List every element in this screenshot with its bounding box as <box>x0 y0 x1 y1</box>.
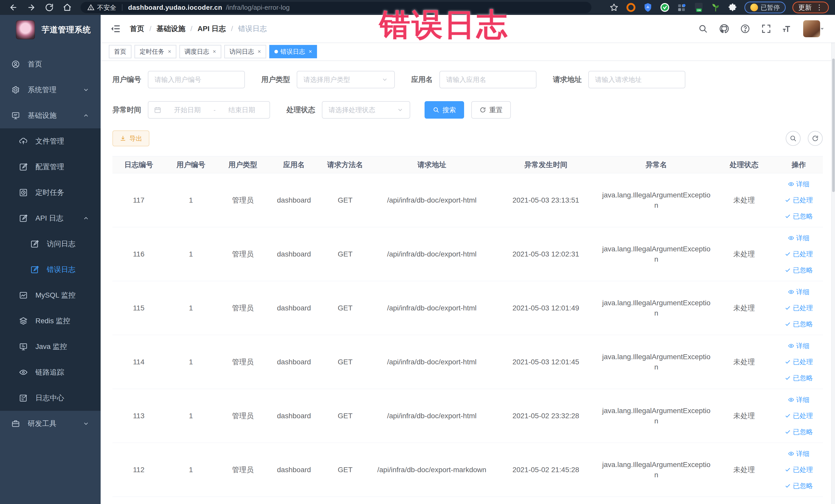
mark-ignored-link[interactable]: 已忽略 <box>785 373 813 383</box>
extension-green-circle-icon[interactable] <box>660 2 670 13</box>
sidebar-item-config-manage[interactable]: 配置管理 <box>0 154 101 180</box>
sidebar-item-mysql-monitor[interactable]: MySQL 监控 <box>0 282 101 308</box>
mark-ignored-link[interactable]: 已忽略 <box>785 211 813 221</box>
browser-home-button[interactable] <box>60 2 75 13</box>
bookmark-star-icon[interactable] <box>609 2 619 13</box>
browser-reload-button[interactable] <box>42 2 57 13</box>
detail-link[interactable]: 详细 <box>788 395 810 404</box>
cell-status: 未处理 <box>714 195 775 205</box>
cell-exception-time: 2021-05-02 23:32:28 <box>493 411 599 421</box>
request-url-input[interactable]: 请输入请求地址 <box>588 71 685 88</box>
tab-schedule-log[interactable]: 调度日志 × <box>179 45 221 58</box>
cell-request-url: /api/infra/db-doc/export-html <box>371 303 493 313</box>
search-button[interactable]: 搜索 <box>425 101 464 119</box>
browser-update-menu-button[interactable]: 更新 ⋮ <box>792 2 829 13</box>
browser-back-button[interactable] <box>6 2 21 13</box>
tab-close-icon[interactable]: × <box>213 48 216 55</box>
sidebar-item-dev-tools[interactable]: 研发工具 <box>0 411 101 437</box>
sidebar-item-api-log[interactable]: API 日志 <box>0 205 101 231</box>
breadcrumb-api-log[interactable]: API 日志 <box>198 24 226 34</box>
sidebar-item-home[interactable]: 首页 <box>0 52 101 77</box>
mark-processed-link[interactable]: 已处理 <box>785 249 813 259</box>
tab-close-icon[interactable]: × <box>168 48 171 55</box>
table-body: 117 1 管理员 dashboard GET /api/infra/db-do… <box>113 173 823 497</box>
detail-link[interactable]: 详细 <box>788 449 810 458</box>
font-size-icon[interactable] <box>782 24 792 34</box>
tab-home[interactable]: 首页 <box>109 45 131 58</box>
extension-plant-icon[interactable] <box>711 2 721 13</box>
cell-exception-time: 2021-05-03 23:13:51 <box>493 195 599 205</box>
sidebar-item-system[interactable]: 系统管理 <box>0 77 101 103</box>
monitor-icon <box>11 111 20 120</box>
sidebar-item-file-manage[interactable]: 文件管理 <box>0 128 101 154</box>
sidebar-item-redis-monitor[interactable]: Redis 监控 <box>0 308 101 334</box>
cell-app-name: dashboard <box>269 465 319 475</box>
sidebar-item-label: 配置管理 <box>36 162 64 172</box>
table-row: 116 1 管理员 dashboard GET /api/infra/db-do… <box>113 227 823 281</box>
extension-orange-icon[interactable] <box>626 2 636 13</box>
placeholder-text: 请输入请求地址 <box>595 75 642 84</box>
user-type-select[interactable]: 请选择用户类型 <box>297 71 395 88</box>
extension-blue-shield-icon[interactable] <box>643 2 653 13</box>
reset-button[interactable]: 重置 <box>471 101 511 119</box>
user-id-input[interactable]: 请输入用户编号 <box>148 71 245 88</box>
app-logo-row[interactable]: 芋道管理系统 <box>0 15 101 45</box>
select-arrow-icon <box>382 76 388 83</box>
extension-grid-icon[interactable] <box>677 2 687 13</box>
export-button[interactable]: 导出 <box>113 130 149 146</box>
eye-target-icon <box>19 368 28 377</box>
mark-ignored-link[interactable]: 已忽略 <box>785 481 813 490</box>
sidebar-item-log-center[interactable]: 日志中心 <box>0 385 101 411</box>
sidebar-item-cron-job[interactable]: 定时任务 <box>0 180 101 205</box>
mark-processed-link[interactable]: 已处理 <box>785 357 813 366</box>
caret-down-icon[interactable] <box>819 26 825 32</box>
toggle-search-button[interactable] <box>786 131 801 146</box>
tab-close-icon[interactable]: × <box>258 48 261 55</box>
help-question-icon[interactable] <box>740 24 750 34</box>
page-scrollbar[interactable] <box>831 15 835 504</box>
tab-access-log[interactable]: 访问日志 × <box>224 45 266 58</box>
sidebar-item-infra[interactable]: 基础设施 <box>0 103 101 128</box>
doc-edit-icon <box>30 240 39 248</box>
browser-forward-button[interactable] <box>24 2 39 13</box>
security-warning-icon[interactable]: 不安全 <box>87 3 116 12</box>
refresh-table-button[interactable] <box>808 131 823 146</box>
header-search-icon[interactable] <box>698 24 708 34</box>
mark-processed-link[interactable]: 已处理 <box>785 195 813 205</box>
user-avatar[interactable] <box>803 20 820 37</box>
scrollbar-thumb[interactable] <box>832 59 835 192</box>
fullscreen-icon[interactable] <box>761 24 771 34</box>
tab-close-icon[interactable]: × <box>309 48 312 55</box>
sidebar-item-trace[interactable]: 链路追踪 <box>0 360 101 385</box>
mark-ignored-link[interactable]: 已忽略 <box>785 427 813 437</box>
screen-icon <box>19 342 28 351</box>
tab-error-log[interactable]: 错误日志 × <box>269 45 317 58</box>
extension-puzzle-icon[interactable] <box>728 2 738 13</box>
cell-log-id: 113 <box>113 411 165 421</box>
detail-link[interactable]: 详细 <box>788 287 810 297</box>
extension-paused-pill[interactable]: 已暂停 <box>745 2 786 13</box>
detail-link[interactable]: 详细 <box>788 341 810 350</box>
mark-ignored-link[interactable]: 已忽略 <box>785 319 813 329</box>
status-select[interactable]: 请选择处理状态 <box>322 101 410 119</box>
exception-time-range-picker[interactable]: 开始日期 - 结束日期 <box>148 101 270 119</box>
tab-cron-job[interactable]: 定时任务 × <box>135 45 176 58</box>
mark-processed-link[interactable]: 已处理 <box>785 411 813 420</box>
sidebar-toggle-icon[interactable] <box>110 24 121 34</box>
app-name-input[interactable]: 请输入应用名 <box>440 71 536 88</box>
sidebar-item-label: 文件管理 <box>36 136 64 146</box>
sidebar-item-access-log[interactable]: 访问日志 <box>0 231 101 257</box>
url-divider <box>122 4 122 11</box>
extension-on-switch-icon[interactable]: ON <box>694 2 704 13</box>
mark-ignored-link[interactable]: 已忽略 <box>785 265 813 275</box>
detail-link[interactable]: 详细 <box>788 180 810 189</box>
sidebar-item-java-monitor[interactable]: Java 监控 <box>0 334 101 360</box>
breadcrumb-home[interactable]: 首页 <box>130 24 144 34</box>
address-bar[interactable]: 不安全 dashboard.yudao.iocoder.cn/infra/log… <box>81 2 591 13</box>
breadcrumb-infra[interactable]: 基础设施 <box>157 24 185 34</box>
detail-link[interactable]: 详细 <box>788 234 810 243</box>
github-icon[interactable] <box>719 24 729 34</box>
mark-processed-link[interactable]: 已处理 <box>785 465 813 474</box>
sidebar-item-error-log[interactable]: 错误日志 <box>0 257 101 282</box>
mark-processed-link[interactable]: 已处理 <box>785 303 813 313</box>
